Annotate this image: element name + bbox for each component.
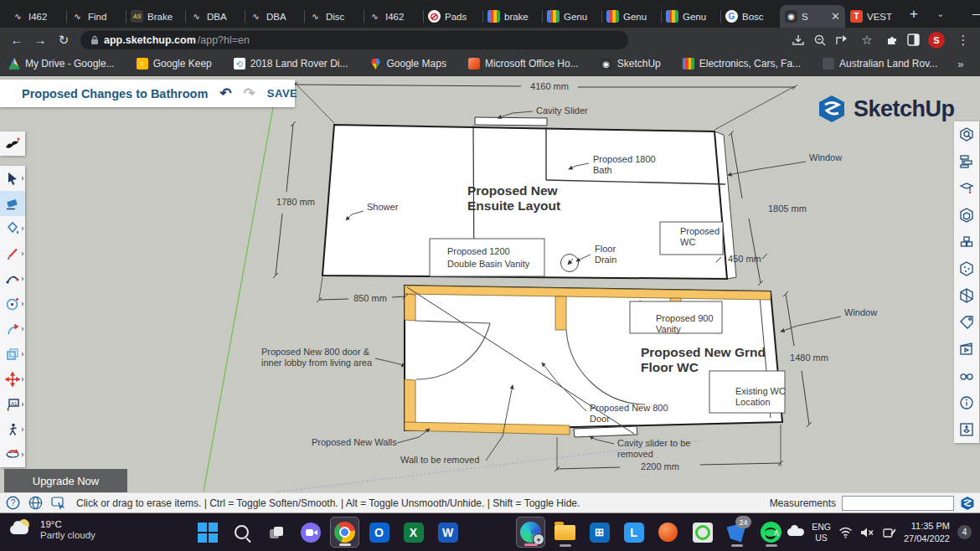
tab-search-chevron-icon[interactable]: ⌄ [921, 0, 960, 28]
panel-tags[interactable] [954, 309, 979, 336]
profile-avatar[interactable]: S [928, 32, 945, 49]
green-app-taskbar-button[interactable] [688, 517, 717, 548]
chrome-taskbar-button[interactable] [330, 517, 359, 548]
panel-materials[interactable] [954, 255, 979, 282]
bookmark-star-icon[interactable]: ☆ [857, 30, 877, 50]
back-icon[interactable]: ← [7, 30, 27, 50]
pen-tablet-icon[interactable] [883, 527, 896, 538]
store-taskbar-button[interactable]: ⊞ [585, 517, 614, 548]
panel-scenes[interactable] [954, 336, 979, 363]
paint-bucket-tool[interactable] [0, 216, 25, 241]
tab-close-icon[interactable]: ✕ [831, 10, 840, 23]
arc-tool[interactable] [0, 266, 25, 291]
tab-vest[interactable]: VEST ✕ [845, 5, 905, 28]
redo-icon[interactable]: ↷ [244, 85, 255, 102]
tab-pads[interactable]: Pads ✕ [423, 5, 482, 28]
forward-icon[interactable]: → [30, 30, 50, 50]
tab-find[interactable]: Find ✕ [66, 5, 126, 28]
language-indicator[interactable]: ENG US [812, 522, 831, 543]
select-tool[interactable] [0, 166, 25, 191]
panel-display[interactable] [954, 363, 979, 389]
walk-tool[interactable] [0, 417, 25, 442]
word-taskbar-button[interactable]: W [433, 517, 462, 548]
eraser-tool[interactable] [0, 191, 25, 216]
taskbar-clock[interactable]: 11:35 PM 27/04/2022 [904, 520, 950, 544]
tab-i462-1[interactable]: I462 ✕ [7, 5, 66, 28]
new-tab-button[interactable]: + [910, 3, 918, 26]
model-drawing-canvas[interactable]: 4160 mm 1780 mm 1805 mm 450 mm 850 mm 14… [0, 76, 980, 492]
bookmark-au-land-rover[interactable]: Australian Land Rov... [823, 58, 937, 70]
upgrade-now-button[interactable]: Upgrade Now [4, 469, 127, 492]
panel-export[interactable] [954, 416, 979, 443]
document-title[interactable]: Proposed Changes to Bathroom [22, 87, 208, 100]
excel-taskbar-button[interactable]: X [399, 517, 428, 548]
bookmark-land-rover[interactable]: 2018 Land Rover Di... [234, 58, 348, 70]
l-app-taskbar-button[interactable]: L [619, 517, 648, 548]
tab-genu-1[interactable]: Genu ✕ [542, 5, 601, 28]
panel-3d-warehouse[interactable] [954, 229, 979, 255]
help-icon[interactable]: ? [5, 495, 21, 511]
tab-genu-2[interactable]: Genu ✕ [601, 5, 661, 28]
bookmark-electronics[interactable]: Electronics, Cars, Fa... [683, 58, 801, 70]
orbit-tool[interactable] [0, 442, 25, 467]
panel-model-info[interactable] [954, 389, 979, 416]
download-icon[interactable] [792, 33, 805, 47]
language-globe-icon[interactable] [28, 495, 44, 511]
panel-outliner[interactable] [954, 148, 979, 175]
tab-disc[interactable]: Disc ✕ [304, 5, 364, 28]
address-bar[interactable]: app.sketchup.com /app?hl=en [80, 31, 628, 49]
tab-dba-2[interactable]: DBA ✕ [245, 5, 304, 28]
file-explorer-taskbar-button[interactable] [550, 517, 580, 548]
browser-menu-kebab-icon[interactable]: ⋮ [953, 30, 973, 50]
extensions-puzzle-icon[interactable] [885, 33, 899, 47]
circle-tool[interactable] [0, 291, 25, 317]
taskbar-search[interactable] [227, 517, 256, 548]
line-tool[interactable] [0, 241, 25, 266]
minimize-button[interactable]: — [960, 0, 980, 28]
save-button[interactable]: SAVE [267, 87, 297, 100]
bookmark-my-drive[interactable]: My Drive - Google... [8, 58, 115, 70]
zoom-icon[interactable] [813, 33, 827, 47]
office-taskbar-button[interactable] [653, 517, 683, 548]
tab-brake-2[interactable]: brake ✕ [482, 5, 542, 28]
wifi-icon[interactable] [838, 527, 853, 538]
tab-bosc[interactable]: Bosc ✕ [720, 5, 780, 28]
move-tool[interactable] [0, 367, 25, 392]
volume-muted-icon[interactable] [860, 527, 875, 538]
measurements-input[interactable] [842, 496, 954, 511]
side-panel-icon[interactable] [907, 33, 920, 46]
tab-sketchup[interactable]: S ✕ [780, 5, 845, 28]
click-hint-icon[interactable] [50, 495, 66, 511]
mail-taskbar-button[interactable]: 24 [722, 517, 751, 548]
reload-icon[interactable]: ↻ [54, 30, 74, 50]
mail-unread-badge: 24 [735, 516, 751, 528]
bookmarks-overflow-chevron[interactable]: » [957, 58, 963, 70]
start-button[interactable] [193, 517, 222, 548]
bookmark-google-maps[interactable]: Google Maps [370, 58, 446, 70]
bookmark-sketchup[interactable]: SketchUp [601, 58, 661, 70]
share-icon[interactable] [835, 33, 848, 47]
undo-icon[interactable]: ↶ [219, 85, 231, 102]
bookmark-google-keep[interactable]: Google Keep [137, 58, 212, 70]
bookmark-ms-office[interactable]: Microsoft Office Ho... [468, 58, 579, 70]
label-tool[interactable]: A1 [0, 392, 25, 417]
tab-dba-1[interactable]: DBA ✕ [185, 5, 245, 28]
tray-overflow-chevron-icon[interactable]: ∧ [772, 527, 780, 538]
push-pull-tool[interactable] [0, 317, 25, 342]
offset-tool[interactable] [0, 342, 25, 367]
notification-count-badge[interactable]: 4 [957, 525, 972, 539]
outlook-taskbar-button[interactable]: O [364, 517, 394, 548]
tab-i462-2[interactable]: I462 ✕ [364, 5, 423, 28]
chat-button[interactable] [296, 517, 325, 548]
task-view-button[interactable] [261, 517, 291, 548]
edge-taskbar-button[interactable]: ● [516, 517, 545, 548]
panel-styles[interactable] [954, 282, 979, 309]
tab-genu-3[interactable]: Genu ✕ [661, 5, 720, 28]
panel-components[interactable] [954, 202, 979, 229]
onedrive-cloud-icon[interactable] [787, 528, 804, 536]
panel-search-model[interactable] [954, 121, 979, 148]
toolbar-leap-tool[interactable] [0, 131, 25, 156]
weather-widget[interactable]: 19°C Partly cloudy [10, 518, 95, 540]
panel-instructor[interactable] [954, 175, 979, 202]
tab-brake-1[interactable]: Brake ✕ [126, 5, 185, 28]
